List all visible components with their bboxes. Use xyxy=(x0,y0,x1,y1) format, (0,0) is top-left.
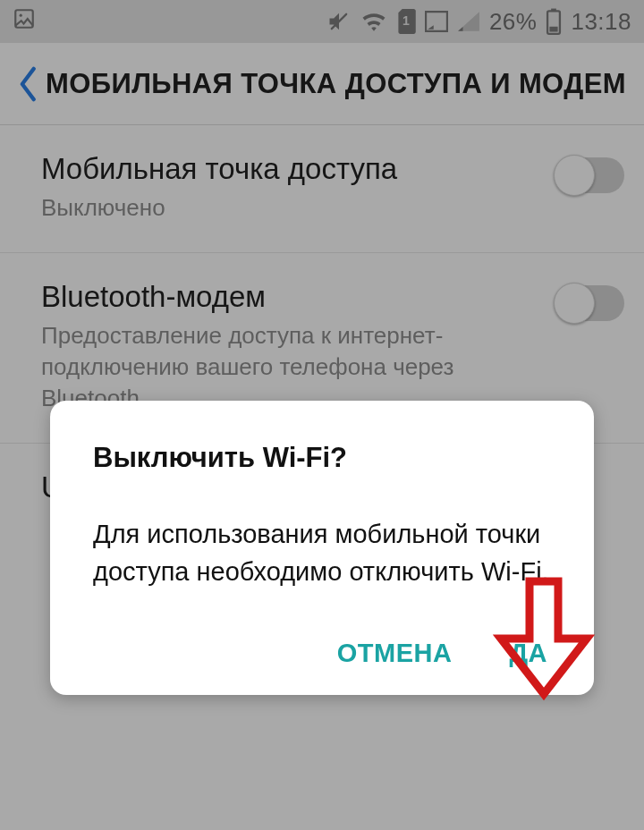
confirm-dialog: Выключить Wi-Fi? Для использования мобил… xyxy=(50,401,594,695)
ok-button[interactable]: ДА xyxy=(509,639,547,668)
cancel-button[interactable]: ОТМЕНА xyxy=(337,639,453,668)
dialog-message: Для использования мобильной точки доступ… xyxy=(93,515,551,590)
dialog-actions: ОТМЕНА ДА xyxy=(93,639,551,668)
dialog-title: Выключить Wi-Fi? xyxy=(93,442,551,474)
